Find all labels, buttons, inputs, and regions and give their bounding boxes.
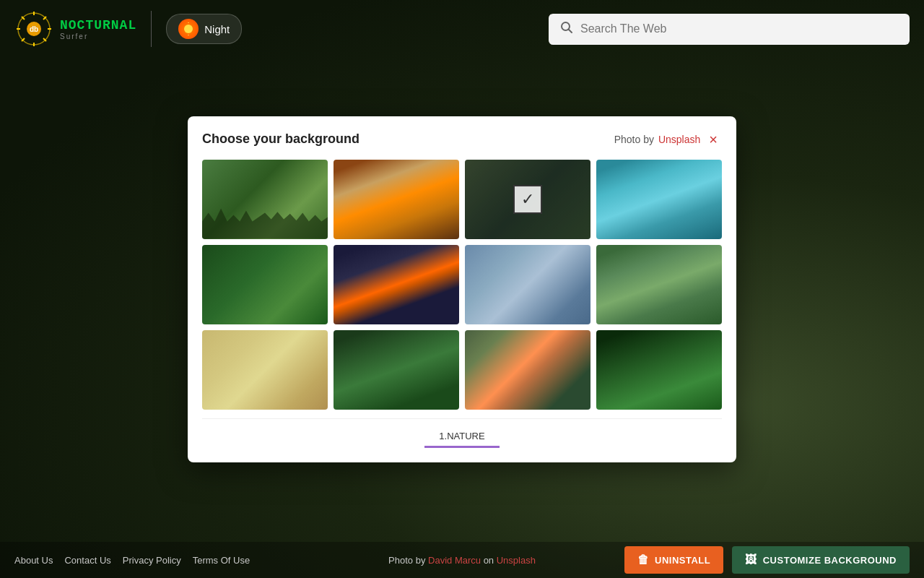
modal-overlay: Choose your background Photo by Unsplash… <box>0 0 924 578</box>
modal-header: Choose your background Photo by Unsplash… <box>202 131 722 148</box>
bg-image-3[interactable]: ✓ <box>465 160 590 239</box>
bg-image-2[interactable] <box>334 160 459 239</box>
checkmark-icon: ✓ <box>513 185 542 214</box>
close-button[interactable]: × <box>705 131 722 148</box>
bg-image-5[interactable] <box>202 245 328 324</box>
bg-image-8[interactable] <box>596 245 722 324</box>
photo-credit-prefix: Photo by <box>614 134 654 145</box>
modal-title: Choose your background <box>202 131 359 147</box>
image-grid: ✓ <box>202 160 722 410</box>
selected-overlay: ✓ <box>465 160 590 239</box>
photo-credit: Photo by Unsplash × <box>614 131 722 148</box>
bg-image-7[interactable] <box>465 245 590 324</box>
tab-bar: 1.NATURE <box>202 418 722 448</box>
tab-nature[interactable]: 1.NATURE <box>424 426 499 448</box>
bg-image-11[interactable] <box>465 330 590 410</box>
background-chooser-modal: Choose your background Photo by Unsplash… <box>188 116 736 462</box>
bg-image-1[interactable] <box>202 160 328 239</box>
bg-image-10[interactable] <box>334 330 459 410</box>
bg-image-4[interactable] <box>596 160 722 239</box>
unsplash-link[interactable]: Unsplash <box>658 134 700 145</box>
bg-image-9[interactable] <box>202 330 328 410</box>
bg-image-12[interactable] <box>596 330 722 410</box>
bg-image-6[interactable] <box>334 245 459 324</box>
